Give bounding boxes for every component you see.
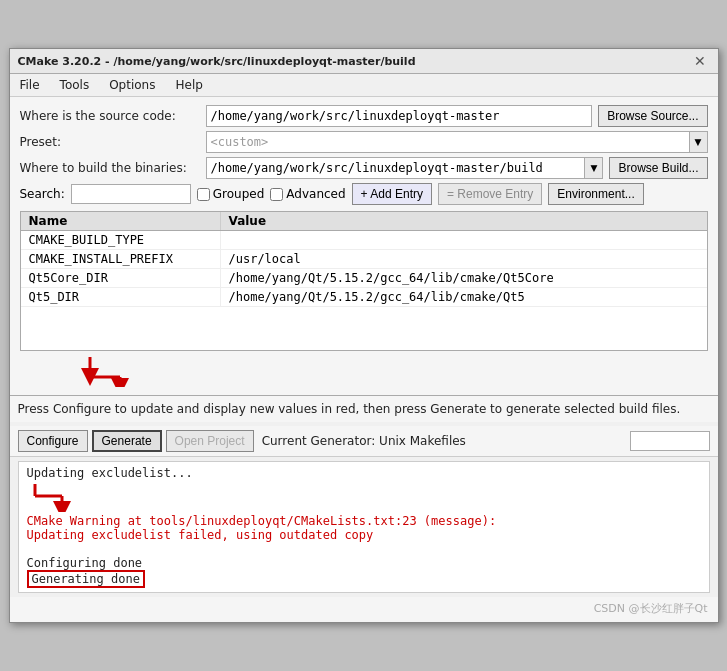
table-row[interactable]: Qt5_DIR /home/yang/Qt/5.15.2/gcc_64/lib/… xyxy=(21,288,707,307)
watermark: CSDN @长沙红胖子Qt xyxy=(10,597,718,622)
menu-help[interactable]: Help xyxy=(171,76,206,94)
cmake-window: CMake 3.20.2 - /home/yang/work/src/linux… xyxy=(9,48,719,623)
table-header: Name Value xyxy=(21,212,707,231)
main-content: Where is the source code: Browse Source.… xyxy=(10,97,718,395)
grouped-label: Grouped xyxy=(213,187,265,201)
row-value-1: /usr/local xyxy=(221,250,707,268)
generator-text: Current Generator: Unix Makefiles xyxy=(262,434,466,448)
row-name-2: Qt5Core_DIR xyxy=(21,269,221,287)
row-value-2: /home/yang/Qt/5.15.2/gcc_64/lib/cmake/Qt… xyxy=(221,269,707,287)
browse-build-button[interactable]: Browse Build... xyxy=(609,157,707,179)
preset-value: <custom> xyxy=(207,135,689,149)
table-row[interactable]: CMAKE_INSTALL_PREFIX /usr/local xyxy=(21,250,707,269)
row-value-3: /home/yang/Qt/5.15.2/gcc_64/lib/cmake/Qt… xyxy=(221,288,707,306)
log-arrow-area xyxy=(27,482,701,512)
title-bar: CMake 3.20.2 - /home/yang/work/src/linux… xyxy=(10,49,718,74)
menu-bar: File Tools Options Help xyxy=(10,74,718,97)
preset-dropdown[interactable]: <custom> ▼ xyxy=(206,131,708,153)
open-project-button[interactable]: Open Project xyxy=(166,430,254,452)
build-dropdown-arrow[interactable]: ▼ xyxy=(584,158,602,178)
menu-file[interactable]: File xyxy=(16,76,44,94)
name-header: Name xyxy=(21,212,221,230)
empty-area xyxy=(21,307,707,351)
generator-search[interactable] xyxy=(630,431,710,451)
window-title: CMake 3.20.2 - /home/yang/work/src/linux… xyxy=(18,55,416,68)
arrow-down-icon-2 xyxy=(27,482,77,512)
cmake-table: Name Value CMAKE_BUILD_TYPE CMAKE_INSTAL… xyxy=(20,211,708,351)
source-input[interactable] xyxy=(206,105,593,127)
log-line-1: Updating excludelist... xyxy=(27,466,701,480)
generating-done-box: Generating done xyxy=(27,570,145,588)
remove-entry-button[interactable]: = Remove Entry xyxy=(438,183,542,205)
advanced-checkbox[interactable] xyxy=(270,188,283,201)
build-value: /home/yang/work/src/linuxdeployqt-master… xyxy=(207,161,585,175)
menu-options[interactable]: Options xyxy=(105,76,159,94)
row-value-0 xyxy=(221,231,707,249)
row-name-3: Qt5_DIR xyxy=(21,288,221,306)
log-line-3: Updating excludelist failed, using outda… xyxy=(27,528,701,542)
search-label: Search: xyxy=(20,187,65,201)
value-header: Value xyxy=(221,212,707,230)
search-input[interactable] xyxy=(71,184,191,204)
log-line-5: Configuring done xyxy=(27,556,701,570)
info-bar: Press Configure to update and display ne… xyxy=(10,395,718,422)
configure-button[interactable]: Configure xyxy=(18,430,88,452)
log-line-6: Generating done xyxy=(27,570,701,588)
generate-button[interactable]: Generate xyxy=(92,430,162,452)
source-label: Where is the source code: xyxy=(20,109,200,123)
preset-dropdown-arrow[interactable]: ▼ xyxy=(689,132,707,152)
arrow-area-1 xyxy=(20,357,708,387)
advanced-label: Advanced xyxy=(286,187,345,201)
arrow-down-icon-1 xyxy=(80,357,140,387)
build-row: Where to build the binaries: /home/yang/… xyxy=(20,157,708,179)
info-text: Press Configure to update and display ne… xyxy=(18,402,681,416)
menu-tools[interactable]: Tools xyxy=(56,76,94,94)
source-row: Where is the source code: Browse Source.… xyxy=(20,105,708,127)
preset-label: Preset: xyxy=(20,135,200,149)
build-label: Where to build the binaries: xyxy=(20,161,200,175)
log-area: Updating excludelist... CMake Warning at… xyxy=(18,461,710,593)
close-button[interactable]: ✕ xyxy=(690,53,710,69)
table-row[interactable]: CMAKE_BUILD_TYPE xyxy=(21,231,707,250)
environment-button[interactable]: Environment... xyxy=(548,183,643,205)
log-line-4 xyxy=(27,542,701,556)
row-name-0: CMAKE_BUILD_TYPE xyxy=(21,231,221,249)
log-line-2: CMake Warning at tools/linuxdeployqt/CMa… xyxy=(27,514,701,528)
search-row: Search: Grouped Advanced + Add Entry = R… xyxy=(20,183,708,205)
table-row[interactable]: Qt5Core_DIR /home/yang/Qt/5.15.2/gcc_64/… xyxy=(21,269,707,288)
browse-source-button[interactable]: Browse Source... xyxy=(598,105,707,127)
preset-row: Preset: <custom> ▼ xyxy=(20,131,708,153)
add-entry-button[interactable]: + Add Entry xyxy=(352,183,432,205)
grouped-checkbox-label[interactable]: Grouped xyxy=(197,187,265,201)
row-name-1: CMAKE_INSTALL_PREFIX xyxy=(21,250,221,268)
grouped-checkbox[interactable] xyxy=(197,188,210,201)
advanced-checkbox-label[interactable]: Advanced xyxy=(270,187,345,201)
build-dropdown[interactable]: /home/yang/work/src/linuxdeployqt-master… xyxy=(206,157,604,179)
action-row: Configure Generate Open Project Current … xyxy=(10,426,718,457)
